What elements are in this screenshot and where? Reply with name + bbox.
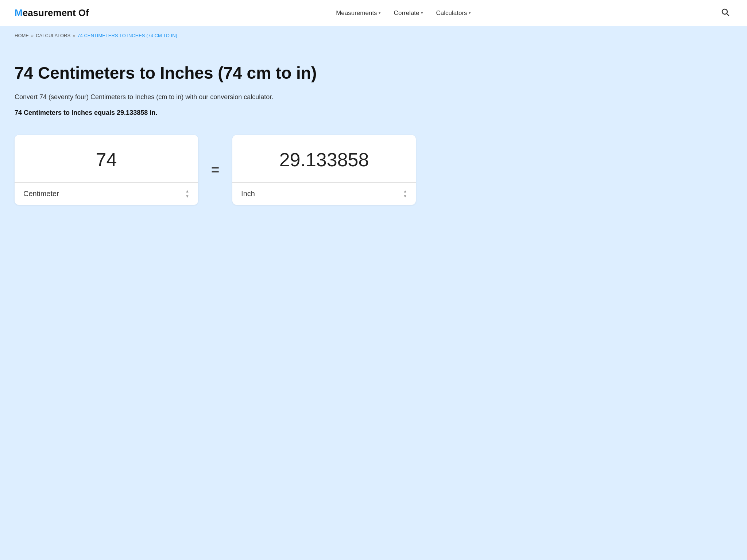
chevron-down-icon: ▾ [421, 11, 423, 15]
logo-m: M [15, 7, 23, 18]
main-content: 74 Centimeters to Inches (74 cm to in) C… [0, 45, 747, 560]
nav-correlate[interactable]: Correlate ▾ [389, 7, 428, 20]
search-button[interactable] [718, 5, 732, 22]
breadcrumb-sep-2: » [73, 33, 75, 38]
page-title: 74 Centimeters to Inches (74 cm to in) [15, 63, 732, 83]
spinner-up-icon: ▲ [403, 189, 407, 193]
chevron-down-icon: ▾ [469, 11, 471, 15]
main-nav: Measurements ▾ Correlate ▾ Calculators ▾ [331, 7, 476, 20]
nav-calculators[interactable]: Calculators ▾ [431, 7, 476, 20]
input-box-centimeter: 74 Centimeter ▲ ▼ [15, 135, 198, 205]
page-description: Convert 74 (seventy four) Centimeters to… [15, 93, 732, 101]
centimeter-spinner[interactable]: ▲ ▼ [185, 189, 189, 198]
spinner-up-icon: ▲ [185, 189, 189, 193]
inch-value[interactable]: 29.133858 [232, 135, 416, 183]
breadcrumb: HOME » CALCULATORS » 74 CENTIMETERS TO I… [15, 33, 732, 38]
spinner-down-icon: ▼ [403, 194, 407, 198]
breadcrumb-calculators[interactable]: CALCULATORS [36, 33, 70, 38]
chevron-down-icon: ▾ [379, 11, 381, 15]
inch-unit-label: Inch [241, 190, 255, 198]
logo-rest: easurement Of [23, 7, 89, 18]
equals-sign: = [198, 162, 232, 178]
breadcrumb-sep-1: » [31, 33, 34, 38]
centimeter-unit-label: Centimeter [23, 190, 59, 198]
site-header: Measurement Of Measurements ▾ Correlate … [0, 0, 747, 26]
output-box-inch: 29.133858 Inch ▲ ▼ [232, 135, 416, 205]
spinner-down-icon: ▼ [185, 194, 189, 198]
calculator-row: 74 Centimeter ▲ ▼ = 29.133858 Inch ▲ ▼ [15, 135, 416, 205]
logo[interactable]: Measurement Of [15, 7, 89, 19]
inch-unit-row: Inch ▲ ▼ [232, 183, 416, 205]
svg-line-1 [727, 13, 729, 16]
breadcrumb-current: 74 CENTIMETERS TO INCHES (74 CM TO IN) [77, 33, 177, 38]
centimeter-value[interactable]: 74 [15, 135, 198, 183]
result-text: 74 Centimeters to Inches equals 29.13385… [15, 109, 732, 117]
centimeter-unit-row: Centimeter ▲ ▼ [15, 183, 198, 205]
nav-measurements[interactable]: Measurements ▾ [331, 7, 386, 20]
inch-spinner[interactable]: ▲ ▼ [403, 189, 407, 198]
breadcrumb-bar: HOME » CALCULATORS » 74 CENTIMETERS TO I… [0, 26, 747, 45]
breadcrumb-home[interactable]: HOME [15, 33, 29, 38]
